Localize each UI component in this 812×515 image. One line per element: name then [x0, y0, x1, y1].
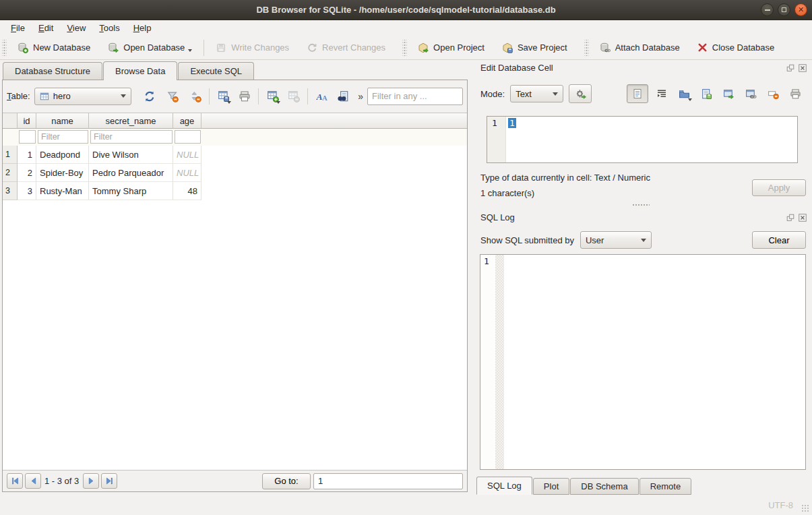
column-header-id[interactable]: id — [18, 113, 36, 129]
next-record-button[interactable] — [83, 473, 99, 489]
filter-id-input[interactable] — [19, 130, 36, 144]
row-number[interactable]: 3 — [3, 182, 18, 200]
dock-tab-db-schema[interactable]: DB Schema — [570, 478, 638, 495]
filter-name-input[interactable] — [38, 130, 88, 144]
column-header-age[interactable]: age — [173, 113, 201, 129]
tab-database-structure[interactable]: Database Structure — [3, 62, 102, 80]
main-toolbar: New Database Open Database Write Changes… — [0, 36, 812, 60]
cell-name[interactable]: Spider-Boy — [36, 164, 89, 182]
cell-id[interactable]: 3 — [18, 182, 36, 200]
close-dock-button[interactable] — [797, 63, 807, 73]
menu-help[interactable]: Help — [127, 22, 158, 34]
close-icon: ✕ — [798, 6, 804, 13]
cell-secret-name[interactable]: Pedro Parqueador — [89, 164, 173, 182]
cell-id[interactable]: 2 — [18, 164, 36, 182]
row-number[interactable]: 2 — [3, 164, 18, 182]
refresh-button[interactable] — [141, 88, 158, 105]
dock-tab-sql-log[interactable]: SQL Log — [476, 477, 532, 495]
menu-tools[interactable]: Tools — [92, 22, 126, 34]
print-cell-button[interactable] — [786, 85, 804, 102]
open-project-button[interactable]: Open Project — [412, 39, 490, 57]
tab-browse-data[interactable]: Browse Data — [103, 61, 177, 80]
clear-filters-button[interactable] — [164, 88, 181, 105]
menu-file[interactable]: File — [4, 22, 32, 34]
dock-tab-remote[interactable]: Remote — [639, 478, 692, 495]
cell-age[interactable]: 48 — [173, 182, 201, 200]
window-title: DB Browser for SQLite - /home/user/code/… — [256, 5, 555, 15]
goto-input[interactable] — [313, 473, 463, 489]
dock-splitter[interactable] — [470, 202, 812, 208]
last-record-button[interactable] — [101, 473, 117, 489]
save-project-button[interactable]: Save Project — [497, 39, 573, 57]
float-dock-button[interactable] — [785, 212, 795, 222]
word-wrap-button[interactable] — [653, 85, 670, 102]
cell-secret-name[interactable]: Dive Wilson — [89, 146, 173, 164]
import-cell-data-button[interactable] — [675, 85, 693, 102]
auto-switch-mode-button[interactable] — [569, 84, 592, 103]
sql-log-title-label: SQL Log — [480, 212, 515, 222]
font-settings-button[interactable]: AA — [313, 88, 330, 105]
attach-database-button[interactable]: Attach Database — [594, 39, 685, 57]
row-number[interactable]: 1 — [3, 146, 18, 164]
filter-age-input[interactable] — [175, 130, 201, 144]
menu-view[interactable]: View — [60, 22, 92, 34]
delete-record-button[interactable] — [285, 88, 302, 105]
sql-log-editor[interactable]: 1 — [480, 254, 806, 470]
insert-record-button[interactable] — [264, 88, 281, 105]
cell-age[interactable]: NULL — [173, 164, 201, 182]
copy-link-button[interactable] — [742, 85, 759, 102]
cell-editor-content[interactable]: 1 — [506, 117, 797, 162]
first-record-button[interactable] — [7, 473, 23, 489]
submitted-by-select[interactable]: User — [580, 231, 652, 249]
filter-secret-name-input[interactable] — [90, 130, 173, 144]
close-database-button[interactable]: Close Database — [692, 39, 780, 56]
clear-log-button[interactable]: Clear — [752, 231, 806, 249]
new-database-button[interactable]: New Database — [12, 39, 96, 57]
close-button[interactable]: ✕ — [794, 3, 807, 16]
close-dock-button[interactable] — [797, 212, 807, 222]
maximize-button[interactable] — [778, 3, 790, 16]
toolbar-overflow-chevron[interactable]: » — [358, 91, 363, 102]
column-header-secret-name[interactable]: secret_name — [89, 113, 173, 129]
float-dock-button[interactable] — [785, 63, 795, 73]
toolbar-drag-handle[interactable] — [402, 40, 407, 56]
revert-changes-button[interactable]: Revert Changes — [301, 39, 391, 57]
save-table-button[interactable] — [215, 88, 232, 105]
print-table-button[interactable] — [236, 88, 253, 105]
resize-grip[interactable] — [801, 504, 809, 512]
menu-edit[interactable]: Edit — [32, 22, 60, 34]
minimize-button[interactable] — [761, 3, 774, 16]
set-null-button[interactable] — [764, 85, 782, 102]
cell-name[interactable]: Deadpond — [36, 146, 89, 164]
column-header-name[interactable]: name — [36, 113, 89, 129]
cell-name[interactable]: Rusty-Man — [36, 182, 89, 200]
toolbar-separator — [204, 40, 204, 56]
open-database-button[interactable]: Open Database — [102, 39, 197, 57]
table-select[interactable]: hero — [34, 88, 132, 105]
corner-header[interactable] — [3, 113, 18, 129]
apply-button[interactable]: Apply — [752, 179, 806, 196]
cell-type-info: Type of data currently in cell: Text / N… — [480, 173, 650, 183]
goto-button[interactable]: Go to: — [262, 473, 311, 489]
previous-record-button[interactable] — [25, 473, 41, 489]
toolbar-drag-handle[interactable] — [584, 40, 589, 56]
toolbar-separator — [209, 88, 210, 104]
clear-sorting-button[interactable] — [187, 88, 204, 105]
write-changes-button[interactable]: Write Changes — [210, 39, 294, 57]
cell-secret-name[interactable]: Tommy Sharp — [89, 182, 173, 200]
dock-tab-plot[interactable]: Plot — [533, 478, 569, 495]
log-editor-content[interactable] — [504, 255, 805, 469]
open-in-external-button[interactable] — [720, 85, 737, 102]
filter-any-input[interactable] — [367, 88, 463, 105]
browse-data-panel: Table: hero — [2, 80, 468, 492]
gear-icon — [575, 88, 586, 100]
export-cell-data-button[interactable] — [697, 85, 715, 102]
text-mode-button[interactable] — [627, 84, 648, 103]
tab-execute-sql[interactable]: Execute SQL — [178, 62, 254, 80]
cell-age[interactable]: NULL — [173, 146, 201, 164]
cell-editor[interactable]: 1 1 — [487, 116, 798, 163]
find-in-table-button[interactable] — [334, 88, 351, 105]
toolbar-drag-handle[interactable] — [2, 40, 7, 56]
mode-select[interactable]: Text — [510, 85, 563, 102]
cell-id[interactable]: 1 — [18, 146, 36, 164]
